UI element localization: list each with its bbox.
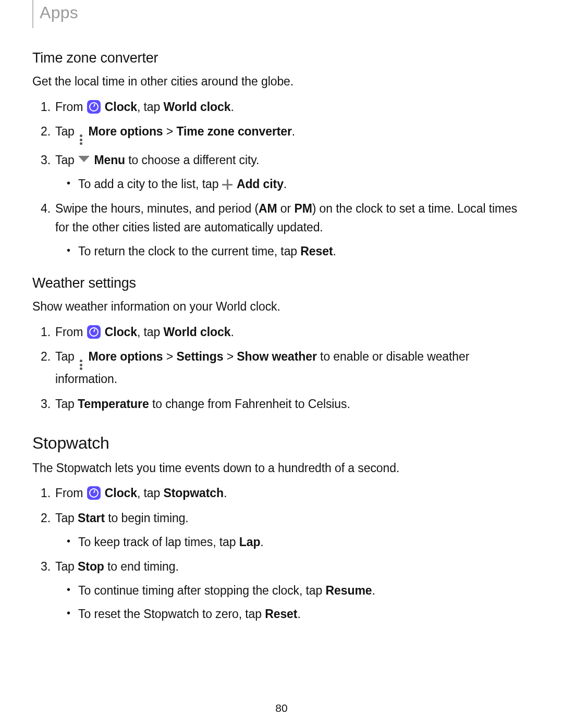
page-header: Apps [40, 3, 78, 22]
step-item: From Clock, tap World clock. [55, 323, 531, 342]
text-bold: Time zone converter [176, 125, 291, 138]
step-item: Swipe the hours, minutes, and period (AM… [55, 200, 531, 261]
chevron-down-icon [78, 156, 90, 163]
text: , tap [137, 100, 164, 114]
text-bold: AM [259, 202, 277, 215]
text-bold: Clock [105, 325, 137, 339]
substeps: To continue timing after stopping the cl… [55, 582, 531, 624]
step-item: Tap Temperature to change from Fahrenhei… [55, 395, 531, 414]
page-number: 80 [0, 702, 563, 714]
text: . [284, 177, 287, 191]
section-stopwatch: Stopwatch The Stopwatch lets you time ev… [32, 434, 531, 624]
text-bold: Stop [78, 560, 104, 573]
text-bold: Reset [300, 244, 333, 258]
text: Tap [55, 397, 78, 411]
text: To continue timing after stopping the cl… [78, 584, 326, 597]
text: > [163, 125, 177, 138]
heading-weather: Weather settings [32, 275, 531, 291]
text: Swipe the hours, minutes, and period ( [55, 202, 259, 215]
text: . [230, 100, 234, 114]
step-item: Tap More options > Settings > Show weath… [55, 348, 531, 389]
step-item: From Clock, tap World clock. [55, 98, 531, 117]
step-item: Tap More options > Time zone converter. [55, 122, 531, 145]
more-options-icon [79, 360, 83, 370]
text-bold: World clock [164, 100, 231, 114]
text: To add a city to the list, tap [78, 177, 222, 191]
text: To reset the Stopwatch to zero, tap [78, 607, 265, 621]
text-bold: Add city [237, 177, 284, 191]
text: Tap [55, 511, 78, 525]
text: Tap [55, 350, 78, 363]
substep-item: To add a city to the list, tap Add city. [78, 175, 531, 194]
step-item: From Clock, tap Stopwatch. [55, 484, 531, 503]
more-options-icon [79, 134, 83, 145]
text-bold: Menu [94, 153, 125, 167]
section-weather: Weather settings Show weather informatio… [32, 275, 531, 413]
intro-stopwatch: The Stopwatch lets you time events down … [32, 459, 531, 477]
text: or [277, 202, 295, 215]
clock-icon [87, 486, 101, 500]
text: To return the clock to the current time,… [78, 244, 300, 258]
substep-item: To keep track of lap times, tap Lap. [78, 533, 531, 552]
text: , tap [137, 486, 164, 500]
text: . [230, 325, 234, 339]
svg-marker-0 [78, 156, 90, 162]
steps-timezone: From Clock, tap World clock. Tap More op… [32, 98, 531, 261]
text: to change from Fahrenheit to Celsius. [149, 397, 350, 411]
text: From [55, 486, 87, 500]
text: . [333, 244, 336, 258]
heading-timezone: Time zone converter [32, 50, 531, 66]
text: > [223, 350, 237, 363]
steps-stopwatch: From Clock, tap Stopwatch. Tap Start to … [32, 484, 531, 624]
text: To keep track of lap times, tap [78, 535, 239, 549]
text-bold: Reset [265, 607, 297, 621]
text: to begin timing. [105, 511, 189, 525]
text-bold: Show weather [237, 350, 316, 363]
text: to choose a different city. [125, 153, 259, 167]
text: From [55, 325, 87, 339]
intro-timezone: Get the local time in other cities aroun… [32, 72, 531, 91]
text-bold: Temperature [78, 397, 149, 411]
substeps: To keep track of lap times, tap Lap. [55, 533, 531, 552]
intro-weather: Show weather information on your World c… [32, 298, 531, 316]
text: Tap [55, 560, 78, 573]
clock-icon [87, 100, 101, 114]
text: . [292, 125, 295, 138]
text: . [372, 584, 375, 597]
step-item: Tap Start to begin timing. To keep track… [55, 509, 531, 551]
text-bold: Clock [105, 486, 137, 500]
substeps: To return the clock to the current time,… [55, 242, 531, 261]
step-item: Tap Menu to choose a different city. To … [55, 151, 531, 193]
section-timezone: Time zone converter Get the local time i… [32, 50, 531, 261]
text-bold: Lap [239, 535, 261, 549]
substep-item: To reset the Stopwatch to zero, tap Rese… [78, 605, 531, 624]
text-bold: World clock [164, 325, 231, 339]
text-bold: Settings [176, 350, 223, 363]
page-content: Time zone converter Get the local time i… [32, 0, 531, 624]
text-bold: Start [78, 511, 105, 525]
text-bold: Stopwatch [164, 486, 224, 500]
text: , tap [137, 325, 164, 339]
substep-item: To continue timing after stopping the cl… [78, 582, 531, 600]
text: From [55, 100, 87, 114]
text-bold: Clock [105, 100, 137, 114]
heading-stopwatch: Stopwatch [32, 434, 531, 453]
text-bold: More options [88, 350, 163, 363]
text: to end timing. [104, 560, 179, 573]
text-bold: PM [294, 202, 312, 215]
steps-weather: From Clock, tap World clock. Tap More op… [32, 323, 531, 414]
header-rule [32, 0, 33, 28]
clock-icon [87, 325, 101, 339]
text: . [297, 607, 300, 621]
text: . [224, 486, 227, 500]
text: Tap [55, 153, 78, 167]
substeps: To add a city to the list, tap Add city. [55, 175, 531, 194]
text-bold: Resume [326, 584, 372, 597]
text: > [163, 350, 177, 363]
substep-item: To return the clock to the current time,… [78, 242, 531, 261]
text: . [260, 535, 263, 549]
step-item: Tap Stop to end timing. To continue timi… [55, 558, 531, 624]
text-bold: More options [88, 125, 163, 138]
plus-icon [222, 179, 232, 190]
text: Tap [55, 125, 78, 138]
